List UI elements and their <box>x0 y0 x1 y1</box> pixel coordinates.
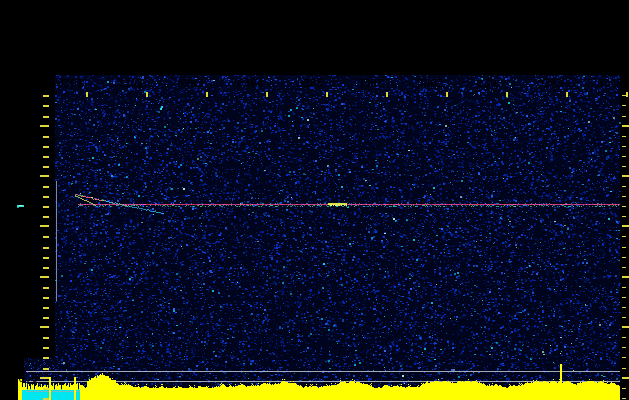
mode-label: meteor <box>122 27 162 38</box>
app-title: H R O F F T <box>48 3 167 16</box>
metadata-row: Antenna : HB9CV Zenith dir. <box>180 41 528 52</box>
y-axis-tick-label: 0.6 <box>2 373 38 384</box>
output-filename: 2511230300.png <box>18 20 111 31</box>
station-metadata: Observer : JL2TBB Receiving Location : H… <box>180 8 528 52</box>
y-axis-tick-label: 0.7 <box>2 322 38 333</box>
x-axis-tick-label: 0302 <box>117 78 144 89</box>
x-axis-tick-label: 0306 <box>357 78 384 89</box>
y-axis-tick-label: 0.8 <box>2 272 38 283</box>
y-axis-unit-label: kHz <box>2 76 22 87</box>
field-value: HB9CV Zenith dir. <box>296 41 409 52</box>
y-axis-tick-label: 1.1 <box>2 121 38 132</box>
spectrogram-canvas <box>0 0 629 400</box>
x-axis-tick-label: 0310 <box>597 78 624 89</box>
y-axis-tick-label: 1.0 <box>2 171 38 182</box>
field-separator: : <box>288 41 296 52</box>
x-axis-tick-label: 0307 <box>417 78 444 89</box>
x-axis-tick-label: 0305 <box>297 78 324 89</box>
field-label: Antenna <box>180 41 288 52</box>
x-axis-tick-label: 0309 <box>537 78 564 89</box>
x-axis-tick-label: 0301 <box>57 78 84 89</box>
x-axis-tick-label: 0304 <box>237 78 264 89</box>
x-axis-tick-label: 0303 <box>177 78 204 89</box>
y-axis-tick-label: 0.9 <box>2 221 38 232</box>
observation-datetime: 25.11.23 03:00 <box>18 42 111 53</box>
x-axis-tick-label: 0308 <box>477 78 504 89</box>
hrofft-screen: H R O F F T 2511230300.png meteor 25.11.… <box>0 0 629 400</box>
meteor-count: 3 <box>140 42 147 53</box>
